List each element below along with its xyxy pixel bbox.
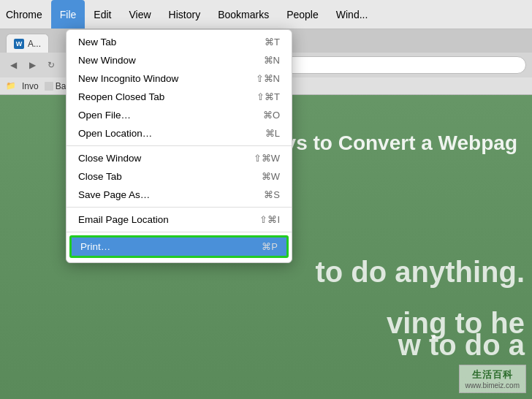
menubar-chrome[interactable]: Chrome [0,0,51,28]
menu-label: Save Page As… [78,189,150,200]
menu-item-incognito[interactable]: New Incognito Window ⇧⌘N [66,69,292,88]
menubar-edit[interactable]: Edit [85,0,120,28]
watermark-url: www.bimeiz.com [466,381,520,390]
menu-label: Close Tab [78,171,122,182]
back-button[interactable]: ◀ [6,58,20,72]
menu-item-close-tab[interactable]: Close Tab ⌘W [66,167,292,186]
bg-text-2: to do anything. [315,256,525,289]
file-dropdown-menu: New Tab ⌘T New Window ⌘N New Incognito W… [66,29,292,263]
menu-label: New Window [78,55,136,66]
menu-shortcut: ⌘S [264,189,280,200]
menu-item-new-window[interactable]: New Window ⌘N [66,51,292,69]
menu-label: New Tab [78,37,116,48]
menu-item-save-page[interactable]: Save Page As… ⌘S [66,186,292,204]
menu-label: Email Page Location [78,214,169,225]
menubar-people[interactable]: People [278,0,327,28]
browser-tab[interactable]: W A... [6,34,49,53]
menu-shortcut: ⌘O [263,110,280,121]
menu-item-reopen-tab[interactable]: Reopen Closed Tab ⇧⌘T [66,88,292,106]
menu-separator-3 [66,232,292,232]
menu-item-open-file[interactable]: Open File… ⌘O [66,106,292,124]
menubar-window[interactable]: Wind... [327,0,377,28]
menu-item-close-window[interactable]: Close Window ⇧⌘W [66,149,292,167]
menu-shortcut: ⌘L [265,128,280,139]
forward-button[interactable]: ▶ [25,58,39,72]
print-highlight-box: Print… ⌘P [69,235,289,258]
menu-label: Close Window [78,153,141,164]
menu-shortcut: ⇧⌘I [259,214,280,225]
menubar-bookmarks[interactable]: Bookmarks [209,0,278,28]
tab-favicon: W [14,39,24,49]
menu-item-email-location[interactable]: Email Page Location ⇧⌘I [66,210,292,229]
menu-item-open-location[interactable]: Open Location… ⌘L [66,124,292,142]
bookmark-favicon [45,82,53,91]
reload-button[interactable]: ↻ [44,58,58,72]
menu-shortcut: ⇧⌘N [256,73,280,84]
folder-icon: 📁 [6,81,16,91]
menu-label: Open File… [78,110,131,121]
bg-text-4: w to do a [398,329,525,362]
menu-label: Print… [80,241,110,252]
menu-shortcut: ⌘N [264,55,280,66]
menubar-history[interactable]: History [160,0,210,28]
menu-shortcut: ⇧⌘T [256,91,280,102]
menu-item-new-tab[interactable]: New Tab ⌘T [66,33,292,51]
menubar-view[interactable]: View [120,0,159,28]
menubar: Chrome File Edit View History Bookmarks … [0,0,532,29]
invo-label: Invo [22,81,39,91]
menubar-file[interactable]: File [51,0,86,28]
menu-separator-1 [66,145,292,146]
watermark-chinese: 生活百科 [466,368,520,381]
menu-label: Reopen Closed Tab [78,91,164,102]
menu-shortcut: ⌘W [262,171,280,182]
menu-item-print[interactable]: Print… ⌘P [72,238,286,256]
menu-label: New Incognito Window [78,73,178,84]
menu-separator-2 [66,207,292,208]
menu-shortcut: ⌘P [262,241,278,252]
menu-shortcut: ⌘T [265,37,280,48]
menu-label: Open Location… [78,128,152,139]
tab-label: A... [28,39,41,49]
menu-shortcut: ⇧⌘W [254,153,280,164]
bg-text-1: Vays to Convert a Webpag [261,132,517,155]
watermark: 生活百科 www.bimeiz.com [459,365,526,393]
